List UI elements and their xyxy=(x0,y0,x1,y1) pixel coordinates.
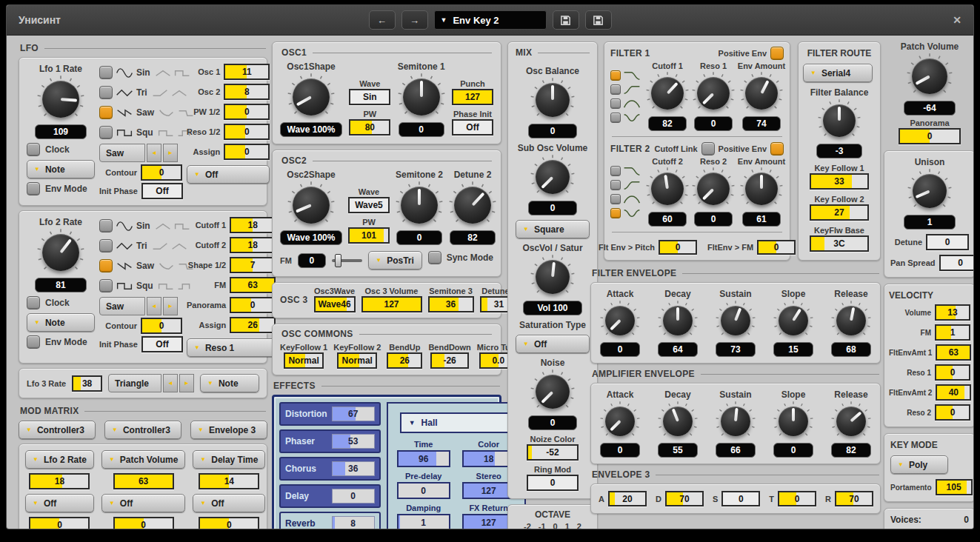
save-as-button[interactable] xyxy=(585,10,612,30)
lfo2-clock-checkbox[interactable] xyxy=(27,296,40,310)
velocity-reso-1-value[interactable]: 0 xyxy=(935,364,970,381)
filter2-type-notch-checkbox[interactable] xyxy=(610,208,621,218)
lfo2-assign-value[interactable]: 26 xyxy=(230,317,276,333)
env3-a-value[interactable]: 20 xyxy=(608,491,647,506)
osc3-osc-3-volume-value[interactable]: 127 xyxy=(361,296,422,312)
amplifier-envelope-sustain-control[interactable] xyxy=(716,401,756,441)
velocity-fltenvamt-1-value[interactable]: 63 xyxy=(936,344,971,361)
lfo1-reso-1-2-value[interactable]: 0 xyxy=(224,124,270,140)
fx-chorus[interactable]: Chorus36 xyxy=(279,457,381,481)
osc2-osc2shape-control[interactable] xyxy=(287,181,335,229)
lfo2-wave-squ-checkbox[interactable] xyxy=(99,279,113,292)
fx-pre-delay-value[interactable]: 0 xyxy=(397,482,450,499)
velocity-volume-value[interactable]: 13 xyxy=(935,304,970,321)
sub-osc-wave-dropdown[interactable]: ▼Square xyxy=(516,220,590,238)
filter1-env-amount-control[interactable] xyxy=(740,72,783,115)
lfo2-sync-dropdown[interactable]: ▼Note xyxy=(27,313,95,332)
lfo1-init-phase-value[interactable]: Off xyxy=(141,183,183,199)
osc1-pw-value[interactable]: 80 xyxy=(349,119,390,136)
lfo1-osc-2-value[interactable]: 8 xyxy=(224,84,270,100)
lfo2-wave-sin-checkbox[interactable] xyxy=(99,219,113,232)
route-filter-balance-control[interactable] xyxy=(818,99,861,142)
route-key-follow-1-value[interactable]: 33 xyxy=(810,173,869,190)
mod-3-2-dest-dropdown[interactable]: ▼Off xyxy=(193,494,265,512)
osc2-sync-mode-checkbox[interactable] xyxy=(428,251,441,264)
filter1-type-lp-checkbox[interactable] xyxy=(610,70,621,81)
lfo3-wave-spinner-value[interactable]: Triangle xyxy=(108,374,161,392)
fx-distortion-value[interactable]: 67 xyxy=(332,406,375,421)
filter2-reso-2-control[interactable] xyxy=(692,167,735,210)
mod-source-1-dropdown[interactable]: ▼Controller3 xyxy=(19,421,96,439)
amplifier-envelope-slope-control[interactable] xyxy=(773,401,813,441)
osc-commons-keyfollow-2-value[interactable]: Normal xyxy=(337,352,377,369)
close-button[interactable]: ✕ xyxy=(953,14,961,26)
fx-reverb-value[interactable]: 8 xyxy=(332,516,375,529)
saturation-type-dropdown[interactable]: ▼Off xyxy=(516,335,590,353)
filter-route-dropdown[interactable]: ▼Serial4 xyxy=(803,64,873,82)
master-patch-volume-control[interactable] xyxy=(907,53,953,99)
fx-delay-value[interactable]: 0 xyxy=(332,489,375,503)
save-button[interactable] xyxy=(553,10,579,30)
osc2-wave-value[interactable]: Wave5 xyxy=(348,197,390,213)
osc2-mode-dropdown[interactable]: ▼PosTri xyxy=(368,251,421,270)
env3-s-value[interactable]: 0 xyxy=(721,491,760,506)
lfo2-wave-spinner-prev-button[interactable]: ◄ xyxy=(147,297,161,315)
lfo3-wave-spinner-prev-button[interactable]: ◄ xyxy=(163,374,178,392)
mix-osc-balance-control[interactable] xyxy=(530,78,575,122)
lfo2-init-phase-value[interactable]: Off xyxy=(141,336,183,352)
mod-source-3-dropdown[interactable]: ▼Envelope 3 xyxy=(190,421,267,439)
lfo1-wave-spinner-value[interactable]: Saw xyxy=(99,144,145,162)
osc2-semitone-2-control[interactable] xyxy=(396,181,443,229)
lfo1-wave-sin-checkbox[interactable] xyxy=(99,66,113,79)
lfo2-lfo-2-rate-control[interactable] xyxy=(37,229,84,276)
lfo2-env-mode-checkbox[interactable] xyxy=(27,335,40,349)
lfo2-wave-spinner-value[interactable]: Saw xyxy=(99,297,145,315)
lfo1-sync-dropdown[interactable]: ▼Note xyxy=(27,160,95,178)
osc-commons-keyfollow-1-value[interactable]: Normal xyxy=(284,352,324,369)
mix-noise-control[interactable] xyxy=(530,369,575,414)
master-panorama-value[interactable]: 0 xyxy=(899,128,961,144)
lfo2-wave-saw-checkbox[interactable] xyxy=(99,259,113,272)
next-preset-button[interactable]: → xyxy=(401,10,428,30)
env3-r-value[interactable]: 70 xyxy=(835,491,873,506)
lfo2-cutoff-1-value[interactable]: 18 xyxy=(230,217,276,233)
lfo1-assign-dropdown[interactable]: ▼Off xyxy=(187,165,270,184)
filter2-cutoff-2-control[interactable] xyxy=(646,167,689,210)
route-key-follow-2-value[interactable]: 27 xyxy=(810,204,869,221)
mod-1-2-amount[interactable]: 0 xyxy=(29,517,90,529)
osc1-wave-value[interactable]: Sin xyxy=(349,89,390,105)
filter2-positive-env-checkbox[interactable] xyxy=(770,142,784,155)
fx-delay[interactable]: Delay0 xyxy=(279,484,381,508)
filter1-type-hp-checkbox[interactable] xyxy=(610,84,621,95)
unison-pan-spread-value[interactable]: 0 xyxy=(939,255,973,271)
filter-flt-env-pitch-value[interactable]: 0 xyxy=(659,240,697,255)
lfo1-pw-1-2-value[interactable]: 0 xyxy=(224,104,270,120)
filter-envelope-slope-control[interactable] xyxy=(773,301,813,341)
filter1-reso-1-control[interactable] xyxy=(692,72,735,115)
preset-selector[interactable]: ▼ Env Key 2 xyxy=(434,10,547,30)
prev-preset-button[interactable]: ← xyxy=(369,10,396,30)
amplifier-envelope-decay-control[interactable] xyxy=(658,401,698,441)
filter-envelope-sustain-control[interactable] xyxy=(716,301,756,341)
mod-3-1-amount[interactable]: 14 xyxy=(199,473,259,489)
lfo1-wave-tri-checkbox[interactable] xyxy=(99,86,113,99)
velocity-reso-2-value[interactable]: 0 xyxy=(935,404,970,421)
lfo2-wave-tri-checkbox[interactable] xyxy=(99,239,113,252)
filter-envelope-attack-control[interactable] xyxy=(600,301,640,341)
lfo2-fm-value[interactable]: 63 xyxy=(230,277,276,293)
filter2-type-lp-checkbox[interactable] xyxy=(610,166,621,176)
fx-damping-value[interactable]: 1 xyxy=(397,514,450,529)
unison-detune-value[interactable]: 0 xyxy=(926,234,969,250)
mod-2-2-dest-dropdown[interactable]: ▼Off xyxy=(101,494,185,512)
fx-time-value[interactable]: 96 xyxy=(397,450,450,467)
fx-reverb[interactable]: Reverb8 xyxy=(279,512,381,529)
amplifier-envelope-attack-control[interactable] xyxy=(600,401,640,441)
filter1-cutoff-1-control[interactable] xyxy=(646,72,689,115)
mod-1-1-amount[interactable]: 18 xyxy=(29,473,90,489)
lfo2-wave-spinner-next-button[interactable]: ► xyxy=(163,297,178,315)
lfo3-wave-spinner-next-button[interactable]: ► xyxy=(179,374,194,392)
amplifier-envelope-release-control[interactable] xyxy=(831,401,871,441)
mod-2-2-amount[interactable]: 0 xyxy=(113,517,174,529)
unison-unison-control[interactable] xyxy=(907,169,952,213)
mix-ring-mod-value[interactable]: 0 xyxy=(527,475,579,491)
